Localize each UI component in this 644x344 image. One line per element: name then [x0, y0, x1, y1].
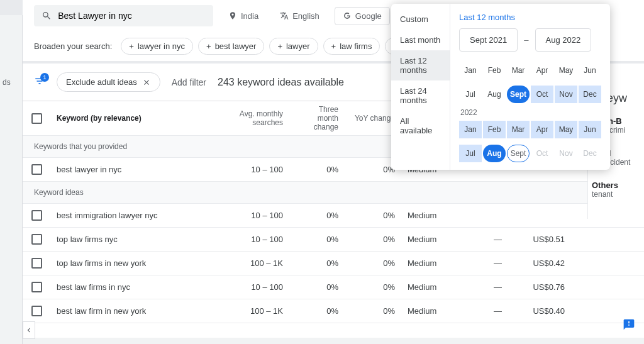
from-box[interactable]: Sept 2021 [459, 28, 518, 52]
month-cell[interactable]: Nov [555, 86, 577, 103]
broaden-label: Broaden your search: [34, 42, 112, 51]
location-label: India [241, 11, 258, 21]
month-cell: Nov [555, 145, 577, 162]
to-box[interactable]: Aug 2022 [535, 28, 592, 52]
month-cell: Dec [579, 145, 601, 162]
table-row[interactable]: best law firm in new york 100 – 1K 0% 0%… [23, 299, 644, 323]
preset-last-12[interactable]: Last 12 months [391, 50, 450, 80]
month-cell[interactable]: Sept [507, 86, 530, 103]
month-cell[interactable]: Jul [459, 86, 482, 103]
left-nav-strip: ds [0, 0, 23, 344]
month-cell: Oct [531, 145, 553, 162]
range-boxes: Sept 2021 – Aug 2022 [459, 28, 601, 52]
plus-icon: + [277, 42, 282, 51]
preset-all[interactable]: All available [391, 111, 450, 141]
select-all-checkbox[interactable] [31, 113, 42, 124]
month-cell[interactable]: Jun [579, 62, 601, 79]
preset-last-24[interactable]: Last 24 months [391, 80, 450, 111]
google-icon [343, 11, 352, 20]
row-checkbox[interactable] [31, 164, 42, 175]
year1-grid: Jan Feb Mar Apr May Jun Jul Aug Sept Oct… [459, 62, 601, 103]
year-label: 2022 [460, 108, 601, 117]
broaden-pill[interactable]: +best lawyer [198, 38, 264, 55]
refine-group[interactable]: Otherstenant [592, 180, 640, 199]
row-checkbox[interactable] [31, 282, 42, 292]
month-cell[interactable]: Dec [579, 86, 601, 103]
plus-icon: + [331, 42, 336, 51]
language-label: English [292, 11, 319, 21]
broaden-pill[interactable]: +lawyer in nyc [121, 38, 193, 55]
broaden-pill[interactable]: +lawyer [269, 38, 318, 55]
filter-count-badge: 1 [40, 73, 49, 82]
month-cell[interactable]: May [555, 62, 577, 79]
search-input[interactable] [58, 11, 206, 21]
table-row[interactable]: best immigration lawyer nyc 10 – 100 0% … [23, 204, 644, 228]
exclude-label: Exclude adult ideas [66, 77, 137, 87]
row-checkbox[interactable] [31, 258, 42, 269]
month-cell[interactable]: May [555, 121, 577, 138]
month-cell[interactable]: Mar [507, 62, 530, 79]
search-icon [42, 10, 52, 21]
month-cell[interactable]: Apr [531, 62, 553, 79]
scroll-left-button[interactable] [23, 321, 35, 339]
exclude-adult-pill[interactable]: Exclude adult ideas [57, 72, 160, 92]
location-chip[interactable]: India [222, 8, 265, 25]
table-row[interactable]: best law firms in nyc 10 – 100 0% 0% Med… [23, 275, 644, 299]
row-checkbox[interactable] [31, 234, 42, 245]
month-cell[interactable]: Feb [483, 62, 506, 79]
month-cell[interactable]: Jun [579, 121, 601, 138]
dash: – [524, 35, 528, 45]
feedback-button[interactable] [623, 318, 635, 333]
left-tab-2[interactable]: ds [0, 75, 23, 89]
close-icon[interactable] [142, 78, 151, 87]
month-cell[interactable]: Aug [483, 86, 506, 103]
plus-icon: + [129, 42, 134, 51]
platform-label: Google [355, 11, 382, 21]
left-tab-1[interactable] [0, 0, 23, 15]
month-cell[interactable]: Sept [507, 145, 530, 162]
col-three-month[interactable]: Three month change [289, 101, 345, 135]
location-icon [228, 11, 237, 20]
add-filter[interactable]: Add filter [172, 77, 206, 87]
col-keyword[interactable]: Keyword (by relevance) [50, 110, 201, 126]
month-cell[interactable]: Jan [459, 62, 482, 79]
row-checkbox[interactable] [31, 306, 42, 316]
ideas-count: 243 keyword ideas available [218, 77, 344, 88]
horizontal-scrollbar[interactable] [23, 338, 644, 344]
platform-chip[interactable]: Google [335, 7, 390, 25]
month-cell[interactable]: Oct [531, 86, 553, 103]
month-cell[interactable]: Aug [483, 145, 506, 162]
preset-list: Custom Last month Last 12 months Last 24… [391, 4, 450, 170]
year2-grid: Jan Feb Mar Apr May Jun Jul Aug Sept Oct… [459, 121, 601, 162]
section-ideas: Keyword ideas [23, 182, 644, 204]
month-cell[interactable]: Jan [459, 121, 482, 138]
table-row[interactable]: top law firms in new york 100 – 1K 0% 0%… [23, 252, 644, 275]
range-label: Last 12 months [459, 13, 601, 22]
plus-icon: + [206, 42, 211, 51]
feedback-icon [623, 318, 635, 331]
preset-last-month[interactable]: Last month [391, 30, 450, 50]
month-cell[interactable]: Feb [483, 121, 506, 138]
search-box[interactable] [34, 5, 213, 26]
calendar-pane: Last 12 months Sept 2021 – Aug 2022 Jan … [450, 4, 610, 170]
date-range-popover: Custom Last month Last 12 months Last 24… [391, 4, 610, 170]
language-chip[interactable]: English [274, 8, 326, 25]
table-row[interactable]: top law firms nyc 10 – 100 0% 0% Medium … [23, 228, 644, 252]
month-cell[interactable]: Jul [459, 145, 482, 162]
translate-icon [280, 11, 289, 20]
chevron-left-icon [25, 326, 33, 335]
month-cell[interactable]: Apr [531, 121, 553, 138]
col-avg[interactable]: Avg. monthly searches [201, 106, 289, 131]
month-cell[interactable]: Mar [507, 121, 530, 138]
broaden-pill[interactable]: +law firms [323, 38, 380, 55]
row-checkbox[interactable] [31, 210, 42, 221]
preset-custom[interactable]: Custom [391, 9, 450, 30]
filter-funnel[interactable]: 1 [34, 75, 45, 89]
